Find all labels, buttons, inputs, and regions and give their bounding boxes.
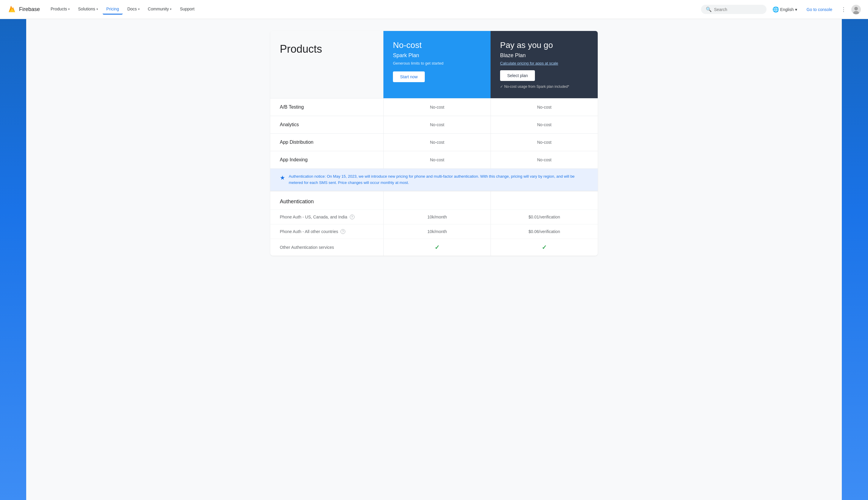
nav-items: Products ▾ Solutions ▾ Pricing Docs ▾ Co… [47, 4, 699, 14]
start-now-button[interactable]: Start now [393, 71, 425, 82]
row-label: App Indexing [270, 151, 384, 169]
auth-header-row: Authentication [270, 191, 598, 209]
table-row: App Distribution No-cost No-cost [270, 133, 598, 151]
row-blaze-value: No-cost [491, 99, 598, 116]
star-icon: ★ [280, 174, 285, 181]
navbar: Firebase Products ▾ Solutions ▾ Pricing … [0, 0, 868, 19]
search-input[interactable] [714, 7, 762, 12]
pricing-table: Products No-cost Spark Plan Generous lim… [270, 31, 598, 255]
auth-phone-us-label: Phone Auth - US, Canada, and India ? [270, 210, 384, 224]
more-options-button[interactable]: ⋮ [838, 4, 849, 15]
spark-plan-name: Spark Plan [393, 53, 481, 59]
auth-sub-row: Phone Auth - All other countries ? 10k/m… [270, 224, 598, 239]
blaze-no-cost-note: ✓ No-cost usage from Spark plan included… [500, 84, 588, 89]
check-green-icon: ✓ [542, 244, 547, 251]
nav-community[interactable]: Community ▾ [144, 4, 175, 14]
chevron-down-icon: ▾ [795, 7, 797, 12]
row-blaze-value: No-cost [491, 134, 598, 151]
check-green-icon: ✓ [435, 244, 439, 251]
row-spark-value: No-cost [384, 99, 491, 116]
nav-products[interactable]: Products ▾ [47, 4, 73, 14]
chevron-down-icon: ▾ [68, 8, 70, 11]
sidebar-left [0, 19, 26, 500]
auth-other-label: Other Authentication services [270, 239, 384, 255]
spark-plan-desc: Generous limits to get started [393, 61, 481, 66]
blaze-plan-type: Pay as you go [500, 41, 588, 50]
auth-blaze-header [491, 191, 598, 209]
row-blaze-value: No-cost [491, 151, 598, 169]
auth-spark-header [384, 191, 491, 209]
auth-sub-row: Other Authentication services ✓ ✓ [270, 239, 598, 255]
blaze-calc-link[interactable]: Calculate pricing for apps at scale [500, 61, 588, 66]
auth-phone-other-spark: 10k/month [384, 224, 491, 239]
search-box[interactable]: 🔍 [701, 5, 766, 14]
row-spark-value: No-cost [384, 151, 491, 169]
check-icon: ✓ [500, 84, 503, 89]
auth-other-spark: ✓ [384, 239, 491, 255]
nav-pricing[interactable]: Pricing [103, 4, 123, 14]
logo-text: Firebase [19, 6, 40, 12]
help-icon[interactable]: ? [341, 229, 345, 234]
products-title: Products [280, 43, 374, 55]
chevron-down-icon: ▾ [96, 8, 98, 11]
page-wrapper: Products No-cost Spark Plan Generous lim… [0, 19, 868, 500]
auth-phone-us-blaze: $0.01/verification [491, 210, 598, 224]
notice-text: Authentication notice: On May 15, 2023, … [289, 173, 588, 186]
auth-section: Authentication Phone Auth - US, Canada, … [270, 191, 598, 255]
nav-docs[interactable]: Docs ▾ [124, 4, 143, 14]
search-icon: 🔍 [706, 7, 712, 12]
table-row: Analytics No-cost No-cost [270, 116, 598, 133]
nav-right: 🔍 🌐 English ▾ Go to console ⋮ [701, 4, 861, 15]
auth-sub-row: Phone Auth - US, Canada, and India ? 10k… [270, 209, 598, 224]
notice-banner: ★ Authentication notice: On May 15, 2023… [270, 169, 598, 191]
svg-point-1 [854, 7, 858, 10]
row-spark-value: No-cost [384, 116, 491, 133]
header-blaze-cell: Pay as you go Blaze Plan Calculate prici… [491, 31, 598, 98]
console-button[interactable]: Go to console [803, 5, 836, 14]
auth-label-cell: Authentication [270, 191, 384, 209]
auth-phone-other-label: Phone Auth - All other countries ? [270, 224, 384, 239]
row-label: Analytics [270, 116, 384, 133]
content-area: Products No-cost Spark Plan Generous lim… [26, 19, 842, 500]
select-plan-button[interactable]: Select plan [500, 70, 535, 81]
auth-phone-us-spark: 10k/month [384, 210, 491, 224]
blaze-plan-name: Blaze Plan [500, 53, 588, 59]
globe-icon: 🌐 [773, 6, 779, 13]
logo[interactable]: Firebase [7, 5, 40, 14]
auth-phone-other-blaze: $0.06/verification [491, 224, 598, 239]
language-button[interactable]: 🌐 English ▾ [769, 4, 801, 14]
nav-solutions[interactable]: Solutions ▾ [75, 4, 102, 14]
row-blaze-value: No-cost [491, 116, 598, 133]
spark-plan-type: No-cost [393, 41, 481, 50]
auth-other-blaze: ✓ [491, 239, 598, 255]
chevron-down-icon: ▾ [138, 8, 140, 11]
help-icon[interactable]: ? [350, 215, 355, 219]
sidebar-right [842, 19, 868, 500]
header-products-cell: Products [270, 31, 384, 98]
header-spark-cell: No-cost Spark Plan Generous limits to ge… [384, 31, 491, 98]
row-label: A/B Testing [270, 99, 384, 116]
table-row: A/B Testing No-cost No-cost [270, 98, 598, 116]
row-label: App Distribution [270, 134, 384, 151]
nav-support[interactable]: Support [176, 4, 198, 14]
chevron-down-icon: ▾ [170, 8, 171, 11]
row-spark-value: No-cost [384, 134, 491, 151]
avatar[interactable] [851, 5, 861, 14]
auth-section-title: Authentication [280, 198, 374, 205]
table-row: App Indexing No-cost No-cost [270, 151, 598, 169]
table-header: Products No-cost Spark Plan Generous lim… [270, 31, 598, 98]
